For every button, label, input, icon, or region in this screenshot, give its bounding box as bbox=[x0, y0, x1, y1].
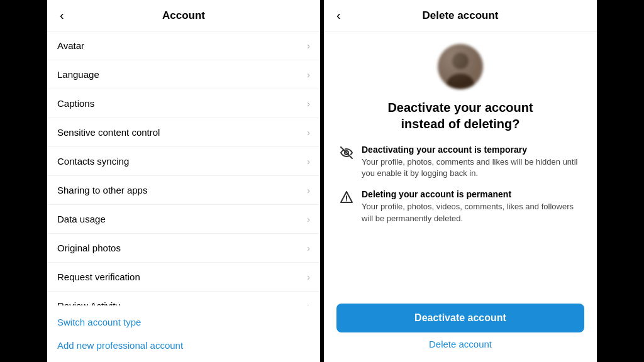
account-settings-panel: ‹ Account Avatar › Language › Captions ›… bbox=[47, 0, 320, 362]
menu-item-label: Sharing to other apps bbox=[57, 185, 147, 195]
deactivate-info-heading: Deactivating your account is temporary bbox=[362, 145, 582, 155]
chevron-right-icon: › bbox=[307, 156, 310, 167]
chevron-right-icon: › bbox=[307, 301, 310, 306]
delete-info-heading: Deleting your account is permanent bbox=[362, 189, 582, 199]
left-panel-header: ‹ Account bbox=[47, 0, 320, 31]
svg-point-1 bbox=[452, 53, 469, 69]
menu-item-label: Review Activity bbox=[57, 300, 120, 305]
chevron-right-icon: › bbox=[307, 272, 310, 282]
delete-info-text: Deleting your account is permanent Your … bbox=[362, 189, 582, 224]
menu-item-sensitive-content[interactable]: Sensitive content control › bbox=[47, 118, 320, 147]
chevron-right-icon: › bbox=[307, 41, 310, 51]
svg-point-0 bbox=[438, 44, 483, 89]
left-panel-title: Account bbox=[162, 9, 205, 22]
menu-item-contacts-syncing[interactable]: Contacts syncing › bbox=[47, 147, 320, 176]
chevron-right-icon: › bbox=[307, 70, 310, 80]
deactivate-title: Deactivate your accountinstead of deleti… bbox=[387, 99, 533, 132]
right-panel-title: Delete account bbox=[423, 9, 499, 22]
delete-account-panel: ‹ Delete account Deactivate your account… bbox=[324, 0, 597, 362]
account-menu-list: Avatar › Language › Captions › Sensitive… bbox=[47, 31, 320, 305]
chevron-right-icon: › bbox=[307, 99, 310, 109]
menu-item-label: Contacts syncing bbox=[57, 156, 129, 167]
right-panel-content: Deactivate your accountinstead of deleti… bbox=[324, 31, 597, 293]
menu-item-label: Data usage bbox=[57, 214, 106, 224]
right-black-bar bbox=[597, 0, 644, 362]
menu-item-label: Avatar bbox=[57, 40, 84, 51]
menu-item-data-usage[interactable]: Data usage › bbox=[47, 205, 320, 234]
warning-icon bbox=[339, 190, 354, 205]
menu-item-label: Request verification bbox=[57, 272, 140, 282]
menu-item-request-verification[interactable]: Request verification › bbox=[47, 263, 320, 292]
right-panel-header: ‹ Delete account bbox=[324, 0, 597, 31]
info-block-delete: Deleting your account is permanent Your … bbox=[339, 189, 582, 224]
left-black-bar bbox=[0, 0, 47, 362]
delete-info-body: Your profile, photos, videos, comments, … bbox=[362, 201, 582, 224]
svg-point-5 bbox=[346, 200, 347, 202]
chevron-right-icon: › bbox=[307, 185, 310, 195]
menu-item-label: Sensitive content control bbox=[57, 127, 160, 138]
menu-item-sharing[interactable]: Sharing to other apps › bbox=[47, 176, 320, 205]
avatar-container bbox=[438, 44, 483, 89]
add-professional-account-link[interactable]: Add new professional account bbox=[47, 334, 320, 357]
switch-account-type-link[interactable]: Switch account type bbox=[47, 310, 320, 334]
menu-item-label: Captions bbox=[57, 98, 94, 109]
deactivate-account-button[interactable]: Deactivate account bbox=[336, 304, 584, 332]
menu-item-language[interactable]: Language › bbox=[47, 60, 320, 89]
account-link-items: Switch account type Add new professional… bbox=[47, 305, 320, 362]
chevron-right-icon: › bbox=[307, 243, 310, 253]
menu-item-review-activity[interactable]: Review Activity › bbox=[47, 292, 320, 305]
menu-item-label: Original photos bbox=[57, 243, 121, 253]
chevron-right-icon: › bbox=[307, 128, 310, 138]
menu-item-captions[interactable]: Captions › bbox=[47, 89, 320, 118]
eye-slash-icon bbox=[339, 145, 354, 160]
deactivate-info-text: Deactivating your account is temporary Y… bbox=[362, 145, 582, 179]
menu-item-label: Language bbox=[57, 69, 99, 80]
deactivate-info-body: Your profile, photos, comments and likes… bbox=[362, 156, 582, 179]
chevron-right-icon: › bbox=[307, 214, 310, 224]
delete-account-link-button[interactable]: Delete account bbox=[429, 339, 492, 349]
avatar bbox=[438, 44, 483, 89]
right-panel-footer: Deactivate account Delete account bbox=[324, 293, 597, 362]
left-back-button[interactable]: ‹ bbox=[56, 7, 68, 24]
svg-point-2 bbox=[447, 74, 474, 89]
info-block-deactivate: Deactivating your account is temporary Y… bbox=[339, 145, 582, 179]
right-back-button[interactable]: ‹ bbox=[333, 7, 345, 24]
menu-item-original-photos[interactable]: Original photos › bbox=[47, 234, 320, 263]
menu-item-avatar[interactable]: Avatar › bbox=[47, 31, 320, 60]
